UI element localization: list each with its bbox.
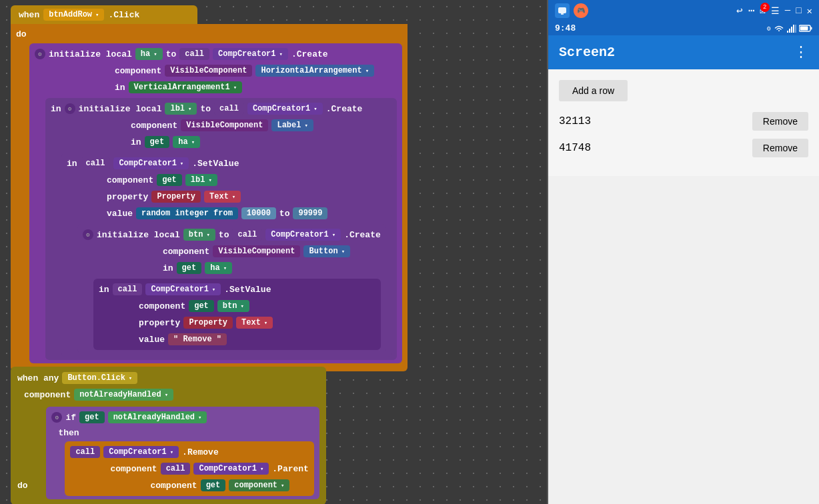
gear-icon-any: ⚙ — [51, 412, 62, 423]
close-icon-top[interactable]: ✕ — [807, 5, 812, 17]
property-label-2: property — [139, 318, 180, 328]
comp-creator-5[interactable]: CompCreator1 — [145, 283, 221, 295]
ha-var-tag[interactable]: ha — [135, 48, 163, 60]
horizontal-arr-tag[interactable]: HorizontalArrangement — [255, 65, 374, 77]
get-label-1: get — [157, 174, 182, 186]
property-tag-1: Property — [151, 191, 201, 203]
row-value-2: 41748 — [559, 142, 591, 154]
visible-component-1: VisibleComponent — [165, 65, 252, 77]
in-label-5: in — [163, 263, 173, 273]
remove-label: .Remove — [182, 447, 219, 457]
component-label-any: component — [24, 390, 71, 400]
call-tag-any-2: call — [161, 463, 191, 475]
text-tag-2[interactable]: Text — [236, 317, 273, 329]
call-tag-any: call — [70, 446, 100, 458]
then-label: then — [58, 428, 79, 438]
remove-btn-2[interactable]: Remove — [752, 139, 808, 157]
btn-var-tag[interactable]: btn — [183, 229, 215, 241]
in-label-4: in — [67, 159, 77, 169]
click-event: .Click — [108, 10, 139, 20]
app-icon-1[interactable] — [555, 3, 570, 18]
time-display: 9:48 — [555, 23, 576, 33]
do-label-any: do — [17, 481, 28, 491]
minimize-icon[interactable]: ─ — [785, 5, 790, 16]
in-label-2: in — [51, 104, 61, 114]
do-label: do — [16, 29, 27, 39]
svg-rect-8 — [800, 27, 808, 31]
redo-btn[interactable]: ⋯ — [748, 4, 755, 17]
remove-btn-1[interactable]: Remove — [752, 112, 808, 131]
init-local-label-1: initialize local — [49, 49, 132, 59]
comp-creator-any-2[interactable]: CompCreator1 — [193, 463, 269, 475]
init-local-label-2: initialize local — [79, 104, 162, 114]
data-row-2: 41748 Remove — [559, 139, 808, 157]
not-handled-var-tag[interactable]: notAlreadyHandled — [108, 411, 207, 423]
create-label-2: .Create — [326, 104, 363, 114]
data-row-1: 32113 Remove — [559, 112, 808, 131]
row-value-1: 32113 — [559, 115, 591, 127]
lbl-var-tag[interactable]: lbl — [165, 103, 197, 115]
setvalue-label-1: .SetValue — [192, 159, 239, 169]
property-label-1: property — [107, 192, 148, 202]
from-val-tag[interactable]: 10000 — [241, 207, 276, 219]
svg-rect-3 — [789, 29, 790, 33]
when-any-label: when any — [17, 373, 59, 383]
component-label-1: component — [115, 66, 161, 76]
call-tag-3: call — [81, 157, 111, 169]
btn-get-tag[interactable]: btn — [217, 300, 249, 312]
signal-icon — [787, 25, 796, 33]
to-label-3: to — [279, 209, 290, 219]
svg-rect-4 — [791, 27, 792, 33]
parent-label: .Parent — [272, 464, 309, 474]
when-label: when — [19, 10, 39, 20]
comp-creator-1[interactable]: CompCreator1 — [213, 48, 288, 60]
svg-rect-6 — [795, 25, 796, 33]
component-label-5: component — [139, 301, 185, 311]
gear-icon-1: ⚙ — [35, 49, 45, 59]
svg-rect-0 — [558, 7, 566, 13]
comp-creator-3[interactable]: CompCreator1 — [113, 157, 189, 169]
app-bar: Screen2 ⋮ — [548, 35, 819, 69]
to-val-tag[interactable]: 99999 — [293, 207, 327, 219]
comp-creator-4[interactable]: CompCreator1 — [265, 229, 341, 241]
button-tag[interactable]: Button — [303, 245, 350, 257]
to-label-2: to — [200, 104, 211, 114]
remove-string-tag[interactable]: " Remove " — [168, 333, 227, 345]
app-menu-icon[interactable]: ⋮ — [794, 43, 808, 61]
text-tag-1[interactable]: Text — [204, 191, 241, 203]
label-tag[interactable]: Label — [271, 119, 313, 131]
in-label-6: in — [99, 285, 109, 295]
button-click-tag[interactable]: Button.Click — [62, 372, 137, 384]
value-label-1: value — [107, 209, 133, 219]
app-icon-2[interactable]: 🎮 — [574, 3, 588, 18]
ha-get-tag[interactable]: ha — [173, 136, 200, 148]
not-already-handled-tag[interactable]: notAlreadyHandled — [74, 389, 173, 401]
random-tag: random integer from — [136, 207, 238, 219]
in-label-1: in — [115, 83, 125, 93]
menu-icon-top[interactable]: ☰ — [771, 5, 780, 17]
btn-addrow-tag[interactable]: btnAddRow — [43, 9, 104, 21]
call-tag-4: call — [232, 229, 262, 241]
svg-rect-2 — [787, 31, 788, 33]
when-any-button-block: when any Button.Click component notAlrea… — [11, 367, 326, 504]
call-tag-1: call — [179, 48, 209, 60]
maximize-icon[interactable]: □ — [796, 5, 801, 16]
value-label-2: value — [139, 335, 165, 345]
vertical-arr-tag[interactable]: VerticalArrangement1 — [129, 81, 242, 93]
lbl-get-tag[interactable]: lbl — [185, 174, 217, 186]
block-canvas: when btnAddRow .Click do ⚙ initialize lo… — [0, 0, 547, 504]
comp-creator-any[interactable]: CompCreator1 — [103, 446, 179, 458]
get-label-2: get — [177, 262, 202, 274]
create-label-3: .Create — [344, 230, 381, 240]
svg-rect-5 — [793, 25, 794, 33]
svg-rect-1 — [561, 13, 564, 15]
phone-top-bar: 🎮 ↩ ⋯ ✉ 2 ☰ ─ □ ✕ — [548, 0, 819, 21]
ha-get-tag-2[interactable]: ha — [205, 262, 232, 274]
component-label-3: component — [107, 175, 153, 185]
add-row-button[interactable]: Add a row — [559, 80, 628, 101]
component-var-tag[interactable]: component — [229, 479, 289, 491]
notification-wrapper: ✉ 2 — [760, 5, 765, 17]
undo-btn[interactable]: ↩ — [736, 4, 743, 17]
comp-creator-2[interactable]: CompCreator1 — [247, 103, 323, 115]
battery-icon — [799, 25, 812, 32]
